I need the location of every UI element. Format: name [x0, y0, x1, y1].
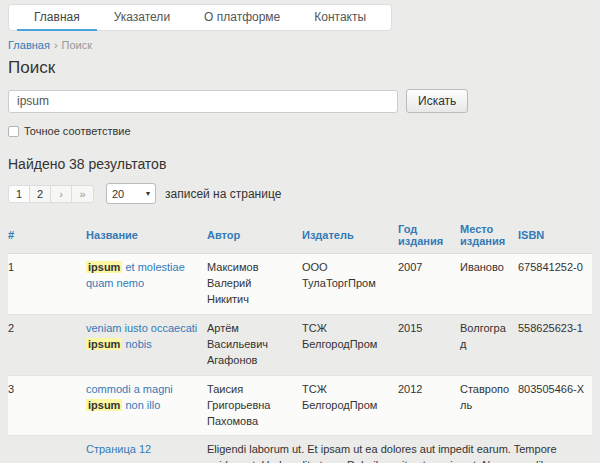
- result-title-link[interactable]: ipsum et molestiae quam nemo: [86, 261, 185, 289]
- result-title-link[interactable]: veniam iusto occaecati ipsum nobis: [86, 322, 197, 350]
- cell-year: 2012: [398, 375, 460, 436]
- main-nav: ГлавнаяУказателиО платформеКонтакты: [8, 4, 392, 31]
- column-header-5[interactable]: Место издания: [460, 217, 518, 254]
- table-row: Страница 12Eligendi laborum ut. Et ipsam…: [8, 436, 592, 463]
- cell-publisher: ООО ТулаТоргПром: [302, 254, 398, 315]
- cell-isbn: 675841252-0: [518, 254, 592, 315]
- column-header-3[interactable]: Издатель: [302, 217, 398, 254]
- cell-number: 1: [8, 254, 86, 315]
- cell-title: ipsum et molestiae quam nemo: [86, 254, 207, 315]
- pagination-next[interactable]: ›: [51, 186, 72, 202]
- column-header-2[interactable]: Автор: [207, 217, 302, 254]
- cell-place: Волгоград: [460, 314, 518, 375]
- result-title-link[interactable]: commodi a magni ipsum non illo: [86, 383, 173, 411]
- breadcrumb-separator: ›: [54, 39, 58, 51]
- table-header-row: #НазваниеАвторИздательГод изданияМесто и…: [8, 217, 592, 254]
- tab-about[interactable]: О платформе: [187, 5, 297, 31]
- cell-isbn: 803505466-X: [518, 375, 592, 436]
- highlight-term: ipsum: [86, 399, 122, 411]
- breadcrumb-current: Поиск: [62, 39, 92, 51]
- cell-number: 3: [8, 375, 86, 436]
- search-input[interactable]: [8, 90, 398, 113]
- cell-number: 2: [8, 314, 86, 375]
- breadcrumb: Главная›Поиск: [8, 39, 592, 51]
- cell-author: Артём Васильевич Агафонов: [207, 314, 302, 375]
- cell-title: veniam iusto occaecati ipsum nobis: [86, 314, 207, 375]
- cell-author: Таисия Григорьевна Пахомова: [207, 375, 302, 436]
- cell-title: commodi a magni ipsum non illo: [86, 375, 207, 436]
- column-header-0[interactable]: #: [8, 217, 86, 254]
- page-size-select[interactable]: 20 ▾: [106, 183, 156, 204]
- results-count: Найдено 38 результатов: [8, 156, 592, 172]
- column-header-6[interactable]: ISBN: [518, 217, 592, 254]
- exact-match-checkbox[interactable]: [8, 126, 19, 137]
- tab-contacts[interactable]: Контакты: [297, 5, 383, 31]
- page-size-value: 20: [112, 188, 124, 200]
- exact-match-label: Точное соответствие: [24, 125, 131, 137]
- pagination-page-1[interactable]: 1: [9, 186, 30, 202]
- cell-place: Ставрополь: [460, 375, 518, 436]
- highlight-term: ipsum: [86, 261, 122, 273]
- pagination-page-2[interactable]: 2: [30, 186, 51, 202]
- table-body: 1ipsum et molestiae quam nemoМаксимов Ва…: [8, 254, 592, 463]
- cell-author: Максимов Валерий Никитич: [207, 254, 302, 315]
- cell-year: 2015: [398, 314, 460, 375]
- cell-isbn: 558625623-1: [518, 314, 592, 375]
- table-row: 3commodi a magni ipsum non illoТаисия Гр…: [8, 375, 592, 436]
- search-button[interactable]: Искать: [406, 89, 468, 113]
- tab-indexes[interactable]: Указатели: [97, 5, 187, 31]
- cell-publisher: ТСЖ БелгородПром: [302, 375, 398, 436]
- exact-match-row: Точное соответствие: [8, 125, 592, 137]
- cell-description: Eligendi laborum ut. Et ipsam ut ea dolo…: [207, 436, 592, 463]
- column-header-1[interactable]: Название: [86, 217, 207, 254]
- breadcrumb-home-link[interactable]: Главная: [8, 39, 50, 51]
- search-row: Искать: [8, 89, 592, 113]
- pagination-last[interactable]: »: [72, 186, 93, 202]
- table-row: 1ipsum et molestiae quam nemoМаксимов Ва…: [8, 254, 592, 315]
- pager-row: 12›» 20 ▾ записей на странице: [8, 183, 592, 204]
- column-header-4[interactable]: Год издания: [398, 217, 460, 254]
- page-size-label: записей на странице: [165, 187, 281, 201]
- cell-place: Иваново: [460, 254, 518, 315]
- tab-home[interactable]: Главная: [17, 5, 97, 31]
- highlight-term: ipsum: [86, 338, 122, 350]
- pagination: 12›»: [8, 185, 94, 203]
- results-table: #НазваниеАвторИздательГод изданияМесто и…: [8, 217, 592, 463]
- page-title: Поиск: [8, 58, 592, 78]
- cell-year: 2007: [398, 254, 460, 315]
- cell-number: [8, 436, 86, 463]
- table-row: 2veniam iusto occaecati ipsum nobisАртём…: [8, 314, 592, 375]
- cell-title: Страница 12: [86, 436, 207, 463]
- result-page-link[interactable]: Страница 12: [86, 443, 151, 455]
- search-page: ГлавнаяУказателиО платформеКонтакты Глав…: [0, 0, 600, 463]
- cell-publisher: ТСЖ БелгородПром: [302, 314, 398, 375]
- caret-down-icon: ▾: [146, 189, 150, 198]
